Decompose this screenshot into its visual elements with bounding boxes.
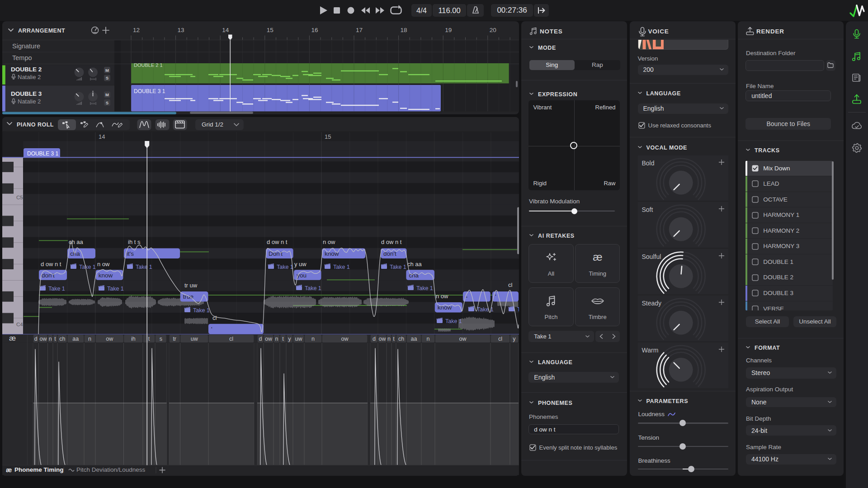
svg-text:Natalie 2: Natalie 2 xyxy=(18,98,41,105)
svg-text:cha: cha xyxy=(409,272,419,278)
svg-text:Natalie 2: Natalie 2 xyxy=(18,73,41,80)
svg-text:ch aa: ch aa xyxy=(407,260,422,267)
svg-text:ow: ow xyxy=(40,335,47,342)
svg-text:aa: aa xyxy=(411,335,417,342)
svg-text:M: M xyxy=(105,67,109,72)
svg-text:æ: æ xyxy=(6,465,12,473)
svg-text:d ow n t: d ow n t xyxy=(267,239,288,245)
svg-text:ARRANGEMENT: ARRANGEMENT xyxy=(18,27,65,33)
svg-text:Take 1: Take 1 xyxy=(390,263,406,270)
svg-text:n: n xyxy=(427,335,430,342)
svg-text:t: t xyxy=(54,335,56,342)
svg-text:don't: don't xyxy=(42,272,55,278)
svg-text:Take 1: Take 1 xyxy=(277,263,293,270)
svg-text:cha: cha xyxy=(70,250,80,257)
svg-text:æ: æ xyxy=(593,251,602,263)
svg-text:C4: C4 xyxy=(16,322,23,327)
svg-text:DOUBLE 3 1: DOUBLE 3 1 xyxy=(134,88,165,94)
svg-text:d ow n t: d ow n t xyxy=(381,239,402,245)
svg-text:18: 18 xyxy=(401,26,407,33)
svg-text:14: 14 xyxy=(222,26,229,33)
svg-text:Take 1: Take 1 xyxy=(305,285,321,291)
svg-text:d ow n t: d ow n t xyxy=(41,260,61,267)
svg-text:15: 15 xyxy=(325,133,331,140)
svg-text:æ: æ xyxy=(9,334,16,343)
svg-text:DOUBLE 2: DOUBLE 2 xyxy=(11,66,42,72)
svg-text:ow: ow xyxy=(106,335,113,342)
svg-text:Take 1: Take 1 xyxy=(193,307,210,313)
svg-text:don't: don't xyxy=(383,250,396,257)
svg-text:DOUBLE 3: DOUBLE 3 xyxy=(11,90,42,97)
svg-text:Signature: Signature xyxy=(12,42,40,49)
svg-text:': ' xyxy=(211,326,212,333)
svg-text:n: n xyxy=(387,335,391,342)
svg-text:': ' xyxy=(495,293,496,300)
svg-text:n: n xyxy=(275,335,278,342)
svg-text:know: know xyxy=(99,272,113,278)
svg-text:n: n xyxy=(311,335,315,342)
svg-text:aa: aa xyxy=(72,335,79,342)
svg-text:Tempo: Tempo xyxy=(12,54,32,61)
svg-text:n ow: n ow xyxy=(323,239,335,245)
svg-text:ih t s: ih t s xyxy=(128,239,141,245)
svg-text:s: s xyxy=(160,335,162,342)
svg-text:cl: cl xyxy=(508,282,512,288)
svg-text:n: n xyxy=(49,335,52,342)
svg-text:14: 14 xyxy=(99,133,105,140)
svg-text:cl: cl xyxy=(229,335,233,342)
svg-text:ow: ow xyxy=(265,335,273,342)
svg-text:Phoneme Timing: Phoneme Timing xyxy=(14,466,63,473)
svg-text:uw: uw xyxy=(191,335,198,342)
svg-text:Take 1: Take 1 xyxy=(48,285,65,291)
svg-text:ow: ow xyxy=(459,335,467,342)
svg-text:Take 1: Take 1 xyxy=(79,263,96,270)
svg-text:C5: C5 xyxy=(16,195,23,200)
svg-text:Take 1: Take 1 xyxy=(517,306,519,312)
svg-text:DOUBLE 2 1: DOUBLE 2 1 xyxy=(134,62,163,68)
svg-text:DOUBLE 3 1: DOUBLE 3 1 xyxy=(27,150,59,157)
svg-text:uw: uw xyxy=(295,335,303,342)
svg-text:tr uw: tr uw xyxy=(184,282,198,289)
svg-text:S: S xyxy=(106,100,108,105)
svg-text:-: - xyxy=(466,293,468,300)
svg-text:17: 17 xyxy=(356,26,363,33)
svg-text:Take 1: Take 1 xyxy=(416,285,433,291)
svg-text:d: d xyxy=(373,335,376,342)
svg-text:n ow: n ow xyxy=(436,292,448,299)
svg-text:19: 19 xyxy=(445,26,452,33)
svg-text:16: 16 xyxy=(311,26,318,33)
svg-text:y uw: y uw xyxy=(294,260,307,267)
svg-text:Pitch Deviation/Loudness: Pitch Deviation/Loudness xyxy=(76,466,145,473)
svg-text:n ow: n ow xyxy=(97,260,110,267)
svg-text:d: d xyxy=(259,335,262,342)
svg-text:12: 12 xyxy=(133,26,140,33)
svg-text:ow: ow xyxy=(341,335,349,342)
svg-text:Take 1: Take 1 xyxy=(136,263,152,270)
svg-text:ow: ow xyxy=(379,335,387,342)
svg-text:tr: tr xyxy=(173,335,176,342)
svg-text:y: y xyxy=(288,335,291,342)
svg-text:Take 1: Take 1 xyxy=(107,285,124,291)
svg-text:it's: it's xyxy=(127,250,134,257)
svg-text:d: d xyxy=(34,335,38,342)
svg-text:t: t xyxy=(393,335,395,342)
svg-text:ih: ih xyxy=(131,335,136,342)
svg-text:Grid 1/2: Grid 1/2 xyxy=(202,121,223,128)
svg-text:13: 13 xyxy=(178,26,184,33)
svg-text:ch: ch xyxy=(398,335,404,342)
svg-text:ch: ch xyxy=(59,335,65,342)
svg-text:Take 1: Take 1 xyxy=(445,318,462,324)
svg-text:S: S xyxy=(106,75,108,80)
svg-text:cl: cl xyxy=(498,335,502,342)
svg-text:PIANO ROLL: PIANO ROLL xyxy=(17,121,54,127)
svg-text:20: 20 xyxy=(490,26,496,33)
svg-text:M: M xyxy=(105,92,109,97)
svg-text:15: 15 xyxy=(267,26,274,33)
svg-text:Take 1: Take 1 xyxy=(333,263,350,270)
svg-text:t: t xyxy=(148,335,150,342)
svg-text:y: y xyxy=(513,335,516,342)
svg-text:n: n xyxy=(88,335,91,342)
svg-text:t: t xyxy=(282,335,284,342)
